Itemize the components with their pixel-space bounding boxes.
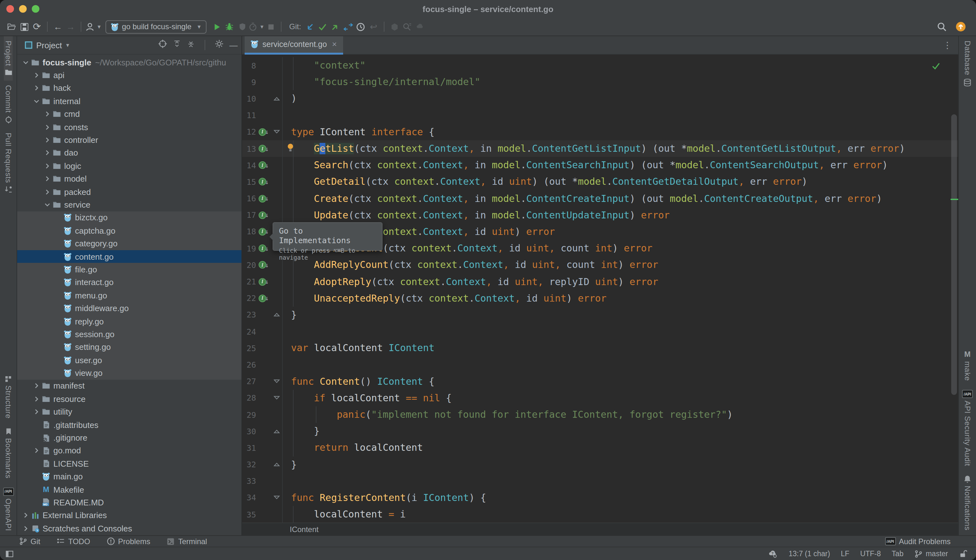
fold-close-icon[interactable] [271, 423, 283, 439]
status-13-7-1-char-[interactable]: 13:7 (1 char) [789, 550, 830, 557]
chevron-down-icon[interactable]: ▼ [65, 42, 70, 48]
tree-item-service[interactable]: service [17, 198, 241, 212]
tree-item-user-go[interactable]: user.go [17, 353, 241, 367]
tree-item-manifest[interactable]: manifest [17, 380, 241, 393]
tree-item-view-go[interactable]: view.go [17, 367, 241, 380]
tree-item-captcha-go[interactable]: captcha.go [17, 224, 241, 237]
tree-item-cmd[interactable]: cmd [17, 108, 241, 121]
tree-item-logic[interactable]: logic [17, 159, 241, 172]
editor-scrollbar[interactable] [951, 114, 957, 395]
implementations-gutter-icon[interactable]: I↓ [256, 161, 271, 169]
breadcrumb-item[interactable]: IContent [290, 525, 319, 533]
tree-item-go-mod[interactable]: go.mod [17, 444, 241, 457]
tree-item-session-go[interactable]: session.go [17, 328, 241, 341]
code-line-13[interactable]: 13I↓GetList(ctx context.Context, in mode… [242, 140, 958, 157]
git-push-button[interactable] [329, 20, 342, 33]
code-line-12[interactable]: 12I↓type IContent interface { [242, 124, 958, 140]
panel-collapse-all-button[interactable] [187, 39, 195, 51]
tree-item-file-go[interactable]: file.go [17, 263, 241, 276]
back-arrow-button[interactable]: ← [52, 20, 64, 33]
panel-expand-all-button[interactable] [173, 39, 181, 51]
code-line-29[interactable]: 29panic("implement not found for interfa… [242, 407, 958, 423]
chevron-right-icon[interactable] [32, 409, 41, 415]
code-line-35[interactable]: 35localContent = i [242, 506, 958, 523]
panel-target-button[interactable] [158, 39, 167, 51]
intention-bulb-icon[interactable] [287, 143, 295, 155]
chevron-right-icon[interactable] [32, 448, 41, 453]
code-line-24[interactable]: 24 [242, 323, 958, 340]
fold-open-icon[interactable] [271, 490, 283, 506]
chevron-right-icon[interactable] [43, 163, 52, 169]
tooltip-title[interactable]: Go to Implementations [279, 226, 376, 245]
implemented-by-icon[interactable]: I↓ [259, 195, 269, 202]
implemented-by-icon[interactable]: I↓ [259, 294, 269, 302]
chevron-down-icon[interactable] [43, 202, 52, 208]
sync-button[interactable]: ⟳ [30, 20, 43, 33]
panel-gear-button[interactable] [215, 39, 224, 51]
fold-close-icon[interactable] [271, 90, 283, 107]
chevron-right-icon[interactable] [43, 124, 52, 130]
implementations-gutter-icon[interactable]: I↓ [256, 294, 271, 302]
unlock-status[interactable] [959, 549, 967, 558]
implementations-gutter-icon[interactable]: I↓ [256, 261, 271, 269]
toolwindow-button-terminal[interactable]: Terminal [167, 537, 207, 546]
status-tab[interactable]: Tab [892, 550, 904, 557]
tree-item-bizctx-go[interactable]: bizctx.go [17, 211, 241, 224]
fold-open-icon[interactable] [271, 390, 283, 407]
project-panel-title[interactable]: Project [36, 40, 62, 50]
stripe-item-database[interactable]: Database [963, 36, 972, 91]
chevron-right-icon[interactable] [43, 189, 52, 195]
chevron-right-icon[interactable] [21, 526, 30, 532]
implementations-gutter-icon[interactable]: I↓ [256, 212, 271, 219]
tool-window-switcher[interactable] [5, 550, 14, 558]
tree-item-internal[interactable]: internal [17, 95, 241, 108]
tree-item-middleware-go[interactable]: middleware.go [17, 302, 241, 315]
tab-options-kebab-icon[interactable]: ⋮ [943, 40, 952, 50]
chevron-right-icon[interactable] [32, 396, 41, 402]
user-button[interactable]: ▼ [85, 20, 102, 33]
code-line-34[interactable]: 34func RegisterContent(i IContent) { [242, 490, 958, 506]
code-line-30[interactable]: 30} [242, 423, 958, 439]
chevron-right-icon[interactable] [32, 72, 41, 78]
tree-item-content-go[interactable]: content.go [17, 250, 241, 263]
code-line-23[interactable]: 23} [242, 307, 958, 323]
tree-item-consts[interactable]: consts [17, 121, 241, 133]
tree-item-utility[interactable]: utility [17, 405, 241, 418]
fold-open-icon[interactable] [271, 124, 283, 140]
chevron-right-icon[interactable] [32, 383, 41, 389]
tree-item--gitignore[interactable]: .gitignore [17, 432, 241, 445]
git-update-button[interactable] [304, 20, 316, 33]
code-line-25[interactable]: 25var localContent IContent [242, 340, 958, 356]
stripe-item-commit[interactable]: Commit [4, 81, 13, 128]
tree-item-dao[interactable]: dao [17, 147, 241, 159]
tree-item-main-go[interactable]: main.go [17, 470, 241, 483]
code-line-22[interactable]: 22I↓UnacceptedReply(ctx context.Context,… [242, 290, 958, 307]
tree-item-focus-single[interactable]: focus-single~/Workspace/Go/GOPATH/src/gi… [17, 56, 241, 69]
code-line-27[interactable]: 27func Content() IContent { [242, 373, 958, 390]
toolwindow-button-todo[interactable]: TODO [57, 537, 90, 546]
code-line-14[interactable]: 14I↓Search(ctx context.Context, in model… [242, 157, 958, 173]
toolwindow-button-audit-problems[interactable]: /APIAudit Problems [885, 537, 951, 546]
code-line-33[interactable]: 33 [242, 473, 958, 489]
close-tab-icon[interactable]: × [332, 39, 337, 49]
fold-open-icon[interactable] [271, 373, 283, 390]
tree-item-readme-md[interactable]: MDREADME.MD [17, 496, 241, 509]
implementations-gutter-icon[interactable]: I↓ [256, 228, 271, 235]
code-line-10[interactable]: 10) [242, 90, 958, 107]
tree-item-reply-go[interactable]: reply.go [17, 315, 241, 328]
code-line-9[interactable]: 9"focus-single/internal/model" [242, 73, 958, 90]
chevron-right-icon[interactable] [43, 176, 52, 182]
git-merge-button[interactable] [342, 20, 354, 33]
code-line-28[interactable]: 28if localContent == nil { [242, 390, 958, 407]
tree-item-scratches-and-consoles[interactable]: Scratches and Consoles [17, 522, 241, 535]
tree-item-menu-go[interactable]: menu.go [17, 289, 241, 302]
chevron-right-icon[interactable] [21, 513, 30, 518]
code-line-15[interactable]: 15I↓GetDetail(ctx context.Context, id ui… [242, 173, 958, 190]
code-editor[interactable]: 8"context"9"focus-single/internal/model"… [242, 55, 958, 523]
tree-item-external-libraries[interactable]: External Libraries [17, 509, 241, 522]
run-button[interactable] [211, 20, 223, 33]
tree-item-makefile[interactable]: MMakefile [17, 483, 241, 496]
implemented-by-icon[interactable]: I↓ [259, 245, 269, 252]
update-badge-button[interactable] [954, 20, 967, 33]
stripe-item-api-security-audit[interactable]: /APIAPI Security Audit [962, 385, 973, 471]
